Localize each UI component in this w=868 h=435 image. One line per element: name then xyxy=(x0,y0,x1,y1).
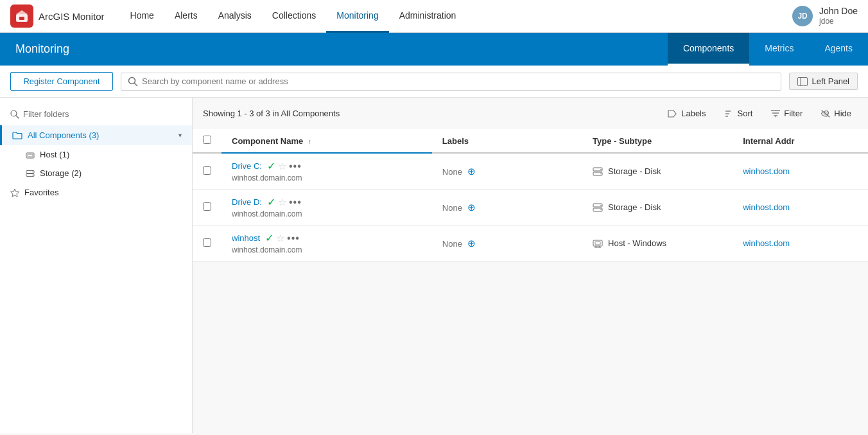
component-name-link[interactable]: Drive C: xyxy=(232,161,262,171)
sidebar-all-components[interactable]: All Components (3) ▾ xyxy=(0,125,192,145)
star-outline-icon xyxy=(10,188,19,197)
nav-alerts[interactable]: Alerts xyxy=(164,0,208,33)
sort-button[interactable]: Sort xyxy=(718,105,759,121)
nav-collections[interactable]: Collections xyxy=(262,0,326,33)
nav-home[interactable]: Home xyxy=(120,0,164,33)
component-name-cell: winhost ✓ ☆ ••• winhost.domain.com xyxy=(221,226,432,262)
storage-type-icon xyxy=(593,167,603,176)
hide-button[interactable]: Hide xyxy=(814,105,858,121)
component-name-cell: Drive C: ✓ ☆ ••• winhost.domain.com xyxy=(221,153,432,190)
more-options-icon[interactable]: ••• xyxy=(287,233,300,244)
type-text: Host - Windows xyxy=(608,238,666,248)
internal-addr-link[interactable]: winhost.dom xyxy=(743,166,790,176)
row-checkbox[interactable] xyxy=(203,166,211,175)
tab-agents[interactable]: Agents xyxy=(809,33,868,66)
svg-point-27 xyxy=(600,173,602,174)
filter-button[interactable]: Filter xyxy=(764,105,809,121)
row-checkbox[interactable] xyxy=(203,202,211,211)
labels-button[interactable]: Labels xyxy=(661,105,712,121)
all-components-label: All Components (3) xyxy=(28,130,173,140)
search-input[interactable] xyxy=(142,76,774,86)
address-cell: winhost.dom xyxy=(733,190,868,226)
svg-rect-36 xyxy=(595,242,600,245)
label-none-text: None xyxy=(442,239,462,249)
favorite-toggle-icon[interactable]: ☆ xyxy=(278,197,286,208)
sidebar-favorites[interactable]: Favorites xyxy=(0,182,192,202)
add-label-icon[interactable]: ⊕ xyxy=(467,202,476,213)
favorite-toggle-icon[interactable]: ☆ xyxy=(278,161,286,172)
register-component-button[interactable]: Register Component xyxy=(10,72,113,91)
svg-rect-10 xyxy=(28,154,33,157)
select-all-checkbox[interactable] xyxy=(203,136,211,144)
table-row: winhost ✓ ☆ ••• winhost.domain.com N xyxy=(193,226,868,262)
status-healthy-icon: ✓ xyxy=(267,160,275,172)
component-address: winhost.domain.com xyxy=(232,173,422,182)
tab-components[interactable]: Components xyxy=(668,33,749,66)
type-text: Storage - Disk xyxy=(608,166,661,176)
content-area: Showing 1 - 3 of 3 in All Components Lab… xyxy=(193,98,868,433)
results-text: Showing 1 - 3 of 3 in All Components xyxy=(203,109,656,118)
favorite-toggle-icon[interactable]: ☆ xyxy=(276,233,284,244)
top-nav: ArcGIS Monitor Home Alerts Analysis Coll… xyxy=(0,0,868,33)
sidebar: Filter folders All Components (3) ▾ Host… xyxy=(0,98,193,433)
chevron-down-icon[interactable]: ▾ xyxy=(178,132,182,139)
row-actions: ✓ ☆ ••• xyxy=(265,232,300,244)
left-panel-button[interactable]: Left Panel xyxy=(789,73,858,90)
sidebar-item-storage[interactable]: Storage (2) xyxy=(0,164,192,182)
toolbar-row: Register Component Left Panel xyxy=(0,66,868,98)
add-label-icon[interactable]: ⊕ xyxy=(467,166,476,177)
internal-addr-link[interactable]: winhost.dom xyxy=(743,202,790,212)
logo-area[interactable]: ArcGIS Monitor xyxy=(10,4,105,28)
filter-icon xyxy=(770,109,781,118)
host-type-icon xyxy=(593,239,603,248)
sort-asc-icon: ↑ xyxy=(308,138,312,145)
internal-addr-link[interactable]: winhost.dom xyxy=(743,238,790,248)
sidebar-item-host[interactable]: Host (1) xyxy=(0,145,192,164)
svg-point-30 xyxy=(600,204,602,206)
host-label: Host (1) xyxy=(40,150,69,159)
row-checkbox-cell xyxy=(193,226,221,262)
add-label-icon[interactable]: ⊕ xyxy=(467,238,476,249)
address-cell: winhost.dom xyxy=(733,153,868,190)
nav-monitoring[interactable]: Monitoring xyxy=(326,0,388,33)
status-healthy-icon: ✓ xyxy=(267,196,275,208)
storage-folder-icon xyxy=(26,170,35,177)
col-header-type[interactable]: Type - Subtype xyxy=(582,129,733,153)
hide-icon xyxy=(820,109,831,118)
user-handle: jdoe xyxy=(819,17,858,27)
more-options-icon[interactable]: ••• xyxy=(289,197,302,208)
component-name-cell: Drive D: ✓ ☆ ••• winhost.domain.com xyxy=(221,190,432,226)
user-avatar: JD xyxy=(792,6,813,26)
main-layout: Filter folders All Components (3) ▾ Host… xyxy=(0,98,868,433)
storage-type-icon xyxy=(593,203,603,212)
label-none-text: None xyxy=(442,167,462,177)
components-table: Component Name ↑ Labels Type - Subtype I… xyxy=(193,129,868,262)
favorites-label: Favorites xyxy=(24,188,58,197)
col-header-labels[interactable]: Labels xyxy=(432,129,582,153)
svg-rect-5 xyxy=(798,77,808,85)
component-name-link[interactable]: Drive D: xyxy=(232,197,262,207)
nav-analysis[interactable]: Analysis xyxy=(208,0,262,33)
filter-folders-icon xyxy=(10,110,19,119)
filter-folders-label: Filter folders xyxy=(23,109,69,119)
tab-metrics[interactable]: Metrics xyxy=(749,33,809,66)
nav-administration[interactable]: Administration xyxy=(389,0,467,33)
svg-rect-32 xyxy=(593,240,602,246)
col-header-addr[interactable]: Internal Addr xyxy=(733,129,868,153)
row-checkbox[interactable] xyxy=(203,238,211,247)
col-header-name[interactable]: Component Name ↑ xyxy=(221,129,432,153)
svg-line-8 xyxy=(16,116,19,118)
search-box xyxy=(121,73,781,91)
component-name-link[interactable]: winhost xyxy=(232,233,260,243)
type-cell: Storage - Disk xyxy=(582,153,733,190)
row-checkbox-cell xyxy=(193,190,221,226)
svg-marker-1 xyxy=(16,10,28,14)
select-all-header xyxy=(193,129,221,153)
main-nav: Home Alerts Analysis Collections Monitor… xyxy=(120,0,793,32)
labels-cell: None ⊕ xyxy=(432,226,582,262)
filter-folders-row: Filter folders xyxy=(0,105,192,125)
component-address: winhost.domain.com xyxy=(232,209,422,218)
more-options-icon[interactable]: ••• xyxy=(289,161,302,172)
user-menu[interactable]: JD John Doe jdoe xyxy=(792,5,858,27)
svg-point-26 xyxy=(600,168,602,170)
